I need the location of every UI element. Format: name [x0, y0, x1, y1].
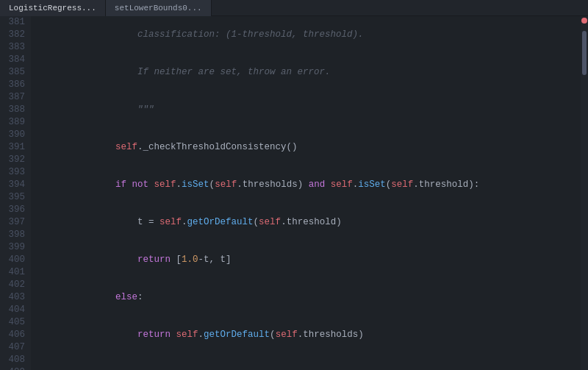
scrollbar-error-dot: [581, 18, 587, 24]
tab-logistic[interactable]: LogisticRegress...: [0, 0, 106, 16]
code-line: If neither are set, throw an error.: [38, 54, 581, 91]
editor: 381 382 383 384 385 386 387 388 389 390 …: [0, 16, 588, 370]
code-line: """: [38, 91, 581, 129]
tab-setlower[interactable]: setLowerBounds0...: [106, 0, 212, 16]
code-line: def _checkThresholdConsistency(self):: [38, 366, 581, 370]
code-line: else:: [38, 279, 581, 316]
tab-bar: LogisticRegress... setLowerBounds0...: [0, 0, 588, 16]
code-line: return [1.0-t, t]: [38, 241, 581, 279]
code-line: if not self.isSet(self.thresholds) and s…: [38, 166, 581, 204]
scrollbar[interactable]: [581, 16, 588, 370]
code-content: classification: (1-threshold, threshold)…: [31, 16, 581, 370]
line-numbers: 381 382 383 384 385 386 387 388 389 390 …: [0, 16, 31, 370]
code-line: return self.getOrDefault(self.thresholds…: [38, 316, 581, 354]
scrollbar-thumb[interactable]: [582, 31, 587, 75]
code-line: t = self.getOrDefault(self.threshold): [38, 204, 581, 241]
code-line: self._checkThresholdConsistency(): [38, 129, 581, 166]
code-line: [38, 354, 581, 366]
code-line: classification: (1-threshold, threshold)…: [38, 16, 581, 54]
